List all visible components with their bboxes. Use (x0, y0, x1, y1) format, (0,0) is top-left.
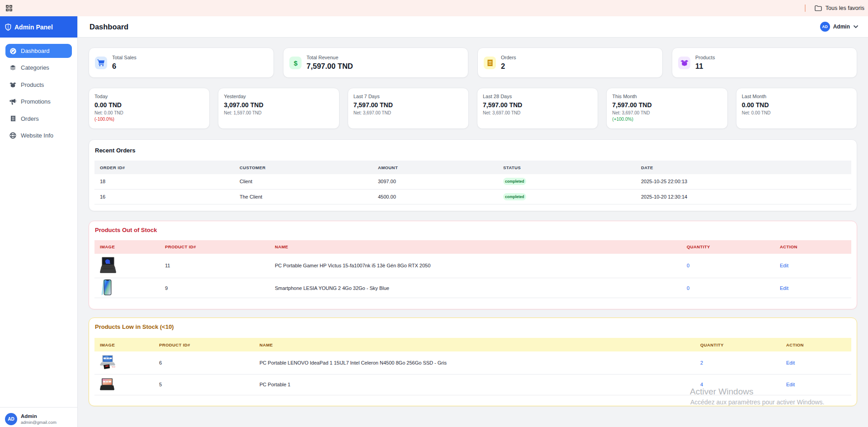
svg-text:$: $ (293, 59, 297, 66)
svg-text:hp just: hp just (112, 366, 116, 368)
